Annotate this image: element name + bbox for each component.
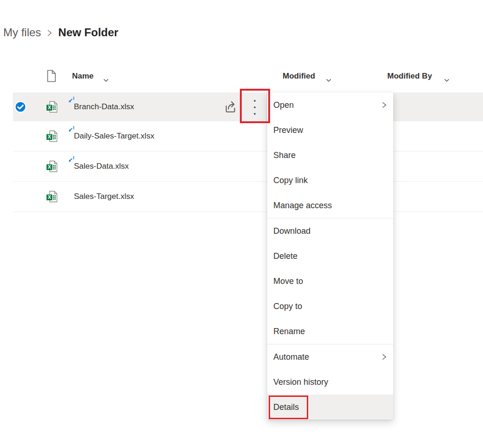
breadcrumb-chevron-icon — [47, 29, 52, 37]
excel-file-icon: X — [46, 130, 59, 145]
menu-item-label: Preview — [273, 125, 303, 135]
menu-item-download[interactable]: Download — [267, 218, 393, 244]
menu-item-label: Copy to — [273, 302, 302, 311]
menu-item-label: Details — [273, 402, 299, 412]
menu-item-label: Move to — [273, 277, 303, 286]
menu-item-label: Version history — [273, 377, 328, 387]
menu-item-label: Copy link — [273, 176, 308, 185]
menu-item-label: Manage access — [273, 201, 332, 211]
breadcrumb: My files New Folder — [3, 26, 119, 39]
column-header-modified-by[interactable]: Modified By — [387, 72, 432, 81]
chevron-right-icon — [382, 353, 387, 361]
context-menu: Open Preview Share Copy link Manage acce… — [267, 92, 393, 420]
column-header-name[interactable]: Name — [72, 72, 93, 81]
menu-item-label: Delete — [273, 251, 298, 261]
file-name[interactable]: Daily-Sales-Target.xlsx — [74, 121, 154, 151]
menu-item-copy-link[interactable]: Copy link — [267, 168, 393, 193]
svg-text:X: X — [48, 194, 51, 200]
breadcrumb-current-folder: New Folder — [58, 26, 118, 39]
check-circle-icon[interactable] — [14, 101, 26, 113]
breadcrumb-my-files[interactable]: My files — [3, 26, 41, 39]
menu-item-open[interactable]: Open — [267, 92, 393, 118]
chevron-down-icon[interactable] — [326, 76, 331, 84]
menu-item-label: Share — [273, 151, 296, 160]
share-icon[interactable] — [223, 99, 238, 116]
more-actions-ellipsis-icon[interactable] — [253, 100, 257, 115]
onedrive-file-list-page: My files New Folder Name Modified Modifi… — [0, 0, 483, 448]
menu-item-label: Automate — [273, 352, 309, 362]
menu-item-label: Rename — [273, 327, 305, 336]
menu-item-manage-access[interactable]: Manage access — [267, 193, 393, 218]
menu-item-move-to[interactable]: Move to — [267, 269, 393, 294]
excel-file-icon: X — [46, 100, 59, 115]
svg-text:X: X — [48, 164, 51, 170]
svg-text:X: X — [48, 105, 51, 110]
file-name[interactable]: Sales-Target.xlsx — [74, 182, 134, 211]
menu-item-share[interactable]: Share — [267, 143, 393, 168]
menu-item-label: Open — [273, 100, 294, 110]
menu-item-label: Download — [273, 226, 311, 236]
menu-item-automate[interactable]: Automate — [267, 344, 393, 369]
menu-item-rename[interactable]: Rename — [267, 319, 393, 344]
chevron-down-icon[interactable] — [103, 76, 109, 84]
file-row-branch-data[interactable]: X Branch-Data.xlsx — [13, 92, 483, 121]
chevron-down-icon[interactable] — [444, 76, 450, 84]
file-row-daily-sales-target[interactable]: X Daily-Sales-Target.xlsx — [13, 121, 483, 152]
file-row-sales-target[interactable]: X Sales-Target.xlsx — [13, 182, 483, 212]
excel-file-icon: X — [46, 190, 59, 205]
file-row-sales-data[interactable]: X Sales-Data.xlsx — [13, 152, 483, 182]
menu-item-delete[interactable]: Delete — [267, 244, 393, 269]
svg-text:X: X — [48, 134, 51, 139]
column-header-modified[interactable]: Modified — [283, 72, 315, 81]
excel-file-icon: X — [46, 160, 59, 175]
menu-item-preview[interactable]: Preview — [267, 118, 393, 143]
document-icon — [46, 70, 57, 84]
menu-item-details[interactable]: Details — [267, 395, 393, 420]
menu-item-copy-to[interactable]: Copy to — [267, 294, 393, 319]
file-name[interactable]: Sales-Data.xlsx — [74, 152, 129, 181]
file-name[interactable]: Branch-Data.xlsx — [74, 92, 134, 121]
menu-item-version-history[interactable]: Version history — [267, 369, 393, 395]
chevron-right-icon — [382, 101, 387, 109]
